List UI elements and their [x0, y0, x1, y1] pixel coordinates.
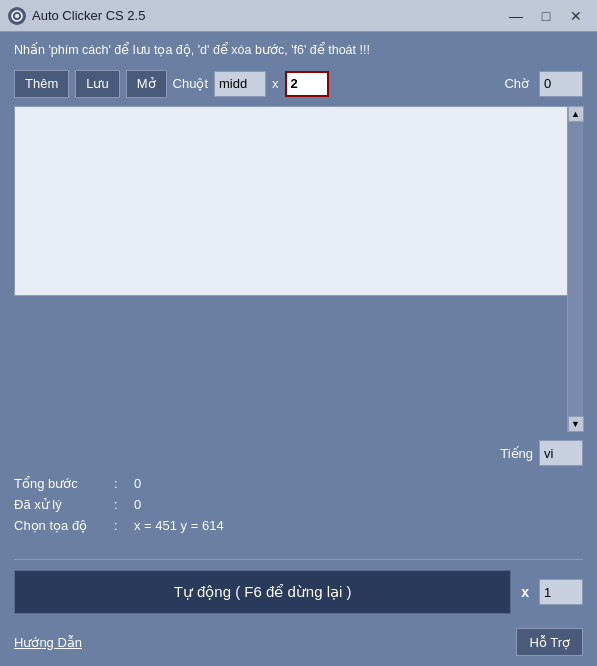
main-textarea[interactable] — [14, 106, 583, 296]
tong-buoc-row: Tổng bước : 0 — [14, 476, 583, 491]
x-repeat-label: x — [521, 584, 529, 600]
da-xu-ly-label: Đã xử lý — [14, 497, 114, 512]
main-window: Auto Clicker CS 2.5 — □ ✕ Nhấn 'phím các… — [0, 0, 597, 666]
stats-section: Tổng bước : 0 Đã xử lý : 0 Chọn tọa độ :… — [14, 476, 583, 533]
huong-dan-link[interactable]: Hướng Dẫn — [14, 635, 82, 650]
x-dropdown[interactable]: 2 1 3 4 5 — [285, 71, 329, 97]
window-controls: — □ ✕ — [503, 5, 589, 27]
language-dropdown[interactable]: vi en — [539, 440, 583, 466]
mouse-label: Chuột — [173, 76, 208, 91]
ho-tro-button[interactable]: Hỗ Trợ — [516, 628, 583, 656]
tong-buoc-colon: : — [114, 476, 134, 491]
svg-point-1 — [15, 14, 19, 18]
instruction-text: Nhấn 'phím cách' để lưu tọa độ, 'd' để x… — [14, 42, 583, 60]
x-multiply-label: x — [272, 76, 279, 91]
close-button[interactable]: ✕ — [563, 5, 589, 27]
x-repeat-dropdown[interactable]: 1 2 3 4 5 — [539, 579, 583, 605]
divider — [14, 559, 583, 560]
window-title: Auto Clicker CS 2.5 — [32, 8, 503, 23]
save-button[interactable]: Lưu — [75, 70, 119, 98]
scrollbar[interactable]: ▲ ▼ — [567, 106, 583, 433]
chon-toa-do-label: Chọn tọa độ — [14, 518, 114, 533]
tieng-label: Tiếng — [500, 446, 533, 461]
tong-buoc-label: Tổng bước — [14, 476, 114, 491]
da-xu-ly-value: 0 — [134, 497, 141, 512]
textarea-container: ▲ ▼ — [14, 106, 583, 433]
da-xu-ly-row: Đã xử lý : 0 — [14, 497, 583, 512]
cho-label: Chờ — [504, 76, 529, 91]
maximize-button[interactable]: □ — [533, 5, 559, 27]
mouse-dropdown[interactable]: midd left right — [214, 71, 266, 97]
tong-buoc-value: 0 — [134, 476, 141, 491]
language-row: Tiếng vi en — [14, 440, 583, 466]
scroll-down-arrow[interactable]: ▼ — [568, 416, 584, 432]
da-xu-ly-colon: : — [114, 497, 134, 512]
chon-toa-do-row: Chọn tọa độ : x = 451 y = 614 — [14, 518, 583, 533]
open-button[interactable]: Mở — [126, 70, 167, 98]
footer: Hướng Dẫn Hỗ Trợ — [14, 628, 583, 656]
scroll-up-arrow[interactable]: ▲ — [568, 106, 584, 122]
chon-toa-do-value: x = 451 y = 614 — [134, 518, 224, 533]
app-icon — [8, 7, 26, 25]
bottom-section: Tự động ( F6 để dừng lại ) x 1 2 3 4 5 — [14, 570, 583, 614]
title-bar: Auto Clicker CS 2.5 — □ ✕ — [0, 0, 597, 32]
minimize-button[interactable]: — — [503, 5, 529, 27]
add-button[interactable]: Thêm — [14, 70, 69, 98]
content-area: Nhấn 'phím cách' để lưu tọa độ, 'd' để x… — [0, 32, 597, 666]
auto-button[interactable]: Tự động ( F6 để dừng lại ) — [14, 570, 511, 614]
toolbar: Thêm Lưu Mở Chuột midd left right x 2 1 … — [14, 70, 583, 98]
chon-toa-do-colon: : — [114, 518, 134, 533]
cho-dropdown[interactable]: 0 1 2 3 — [539, 71, 583, 97]
